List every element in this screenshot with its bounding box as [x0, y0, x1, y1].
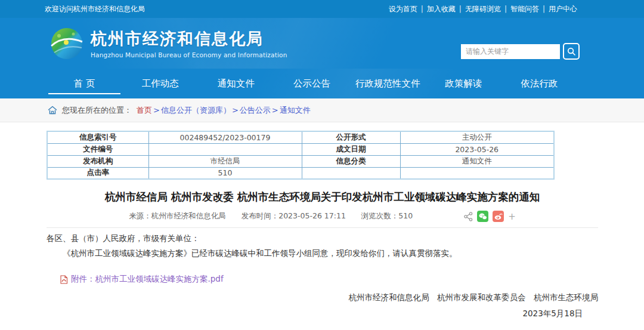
more-share-icon[interactable]: +: [508, 211, 516, 222]
search-box: [461, 43, 580, 60]
share-icon[interactable]: [464, 212, 473, 221]
info-value-doc-number: [148, 143, 302, 155]
site-header: 杭州市经济和信息化局 Hangzhou Municipal Bureau of …: [0, 18, 644, 69]
weibo-share-icon[interactable]: [493, 211, 504, 222]
brand-text: 杭州市经济和信息化局 Hangzhou Municipal Bureau of …: [91, 28, 287, 58]
top-link-smart-qa[interactable]: 智能问答: [510, 4, 539, 14]
table-row: 发布机构 市经信局 信息分类 通知文件: [47, 155, 554, 167]
share-icons: +: [464, 211, 516, 222]
info-value-empty: [400, 167, 554, 179]
nav-item-notice-docs[interactable]: 通知文件: [198, 69, 274, 98]
breadcrumb-notice-docs[interactable]: 通知文件: [280, 105, 311, 116]
breadcrumb-prefix: 您现在所在的位置：: [62, 105, 132, 116]
breadcrumb-separator: >: [272, 106, 278, 115]
link-separator: |: [459, 5, 462, 13]
breadcrumb-home[interactable]: 首页: [137, 105, 152, 116]
info-label-issuing-agency: 发布机构: [47, 155, 148, 167]
nav-item-home[interactable]: 首 页: [47, 69, 122, 98]
breadcrumb: 您现在所在的位置： 首页 > 信息公开（资源库） > 公告公示 > 通知文件: [0, 98, 644, 122]
bureau-logo-icon: [51, 27, 83, 60]
main-nav: 首 页 工作动态 通知文件 公示公告 行政规范性文件 政策解读 依法行政: [0, 69, 644, 98]
top-links: 设为首页 | 加入收藏 | 无障碍浏览 | 智能问答 | 用户中心: [389, 4, 577, 14]
search-button[interactable]: [563, 43, 580, 60]
info-value-index-number: 002489452/2023-00179: [148, 131, 302, 143]
nav-item-work-news[interactable]: 工作动态: [122, 69, 198, 98]
breadcrumb-info-disclosure[interactable]: 信息公开（资源库）: [161, 105, 231, 116]
info-value-click-rate: 510: [148, 167, 302, 179]
site-brand[interactable]: 杭州市经济和信息化局 Hangzhou Municipal Bureau of …: [51, 27, 287, 60]
site-subtitle: Hangzhou Municipal Bureau of Economy and…: [91, 51, 287, 58]
top-link-add-favorites[interactable]: 加入收藏: [427, 4, 456, 14]
article-title: 杭州市经信局 杭州市发改委 杭州市生态环境局关于印发杭州市工业领域碳达峰实施方案…: [47, 190, 598, 204]
nav-item-policy-interpretation[interactable]: 政策解读: [426, 69, 501, 98]
info-label-click-rate: 点击率: [47, 167, 148, 179]
article-publish-time: 发布时间：2023-05-26 17:11: [242, 211, 346, 221]
home-icon: [48, 106, 57, 115]
top-link-set-homepage[interactable]: 设为首页: [389, 4, 417, 14]
top-utility-bar: 欢迎访问杭州市经济和信息化局 设为首页 | 加入收藏 | 无障碍浏览 | 智能问…: [0, 0, 644, 18]
nav-item-law-based-administration[interactable]: 依法行政: [501, 69, 577, 98]
link-separator: |: [421, 5, 423, 13]
welcome-text: 欢迎访问杭州市经济和信息化局: [45, 4, 145, 14]
search-input[interactable]: [461, 44, 560, 59]
info-label-info-category: 信息分类: [302, 155, 400, 167]
search-icon: [567, 47, 576, 56]
table-row: 信息索引号 002489452/2023-00179 公开形式 主动公开: [47, 131, 554, 143]
table-row: 点击率 510: [47, 167, 554, 179]
attachment-row: 附件：杭州市工业领域碳达峰实施方案.pdf: [60, 274, 598, 285]
wechat-share-icon[interactable]: [477, 211, 488, 222]
signature-agencies: 杭州市经济和信息化局 杭州市发展和改革委员会 杭州市生态环境局: [47, 292, 598, 303]
info-label-doc-number: 文件编号: [47, 143, 148, 155]
info-value-disclosure-form: 主动公开: [400, 131, 554, 143]
top-link-accessibility[interactable]: 无障碍浏览: [465, 4, 501, 14]
article-views: 浏览次数：510: [361, 211, 413, 221]
title-divider: [47, 227, 598, 228]
info-value-info-category: 通知文件: [400, 155, 554, 167]
body-paragraph: 《杭州市工业领域碳达峰实施方案》已经市碳达峰碳中和工作领导小组同意，现印发给你们…: [47, 248, 598, 259]
document-info-table: 信息索引号 002489452/2023-00179 公开形式 主动公开 文件编…: [47, 131, 555, 180]
nav-item-administrative-normative-docs[interactable]: 行政规范性文件: [350, 69, 426, 98]
article: 杭州市经信局 杭州市发改委 杭州市生态环境局关于印发杭州市工业领域碳达峰实施方案…: [47, 190, 598, 319]
info-label-index-number: 信息索引号: [47, 131, 148, 143]
body-salutation: 各区、县（市）人民政府，市级有关单位：: [47, 233, 598, 244]
breadcrumb-separator: >: [232, 106, 239, 115]
top-link-user-center[interactable]: 用户中心: [549, 4, 577, 14]
attachment-link[interactable]: 附件：杭州市工业领域碳达峰实施方案.pdf: [71, 274, 224, 285]
info-label-empty: [302, 167, 400, 179]
breadcrumb-announcements[interactable]: 公告公示: [240, 105, 271, 116]
article-source: 来源：杭州市经济和信息化局: [129, 211, 226, 221]
info-label-issue-date: 成文日期: [302, 143, 400, 155]
signature-date: 2023年5月18日: [47, 309, 598, 319]
info-value-issue-date: 2023-05-26: [400, 143, 554, 155]
breadcrumb-trail: 首页 > 信息公开（资源库） > 公告公示 > 通知文件: [137, 105, 311, 116]
breadcrumb-separator: >: [153, 106, 160, 115]
pdf-file-icon: [60, 275, 68, 284]
nav-item-public-announcements[interactable]: 公示公告: [274, 69, 349, 98]
link-separator: |: [543, 5, 545, 13]
info-label-disclosure-form: 公开形式: [302, 131, 400, 143]
table-row: 文件编号 成文日期 2023-05-26: [47, 143, 554, 155]
info-value-issuing-agency: 市经信局: [148, 155, 302, 167]
article-meta: 来源：杭州市经济和信息化局 发布时间：2023-05-26 17:11 浏览次数…: [47, 211, 598, 222]
link-separator: |: [504, 5, 507, 13]
site-title: 杭州市经济和信息化局: [91, 28, 287, 50]
